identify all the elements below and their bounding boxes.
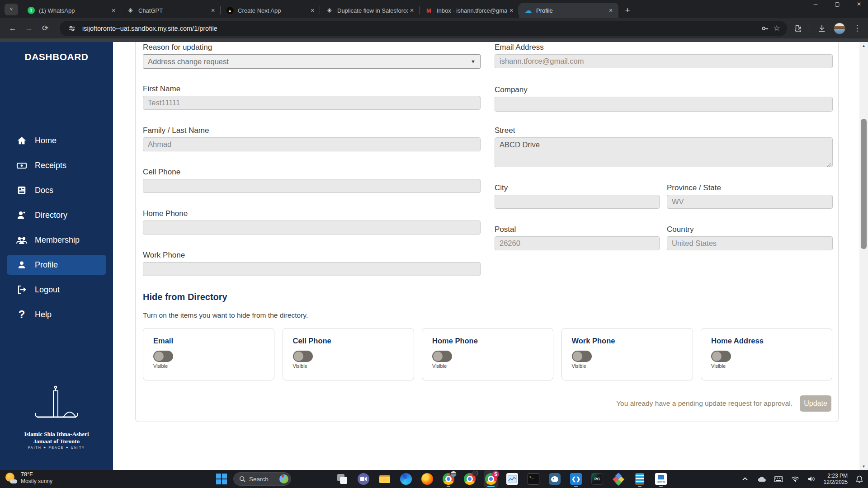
extensions-puzzle-icon[interactable] <box>792 22 804 35</box>
sidebar-item-membership[interactable]: Membership <box>7 230 106 250</box>
toolbar-divider <box>810 24 810 33</box>
scroll-down-icon[interactable]: ▼ <box>859 463 868 470</box>
cell-phone-visibility-toggle[interactable] <box>293 351 313 362</box>
country-input[interactable] <box>667 236 833 250</box>
province-input[interactable] <box>667 195 833 209</box>
home-address-visibility-toggle[interactable] <box>711 351 731 362</box>
firefox-button[interactable] <box>420 470 434 488</box>
task-view-button[interactable] <box>335 470 349 488</box>
weather-widget[interactable]: 78°F Mostly sunny <box>5 471 52 484</box>
menu-dots-icon[interactable]: ⋮ <box>851 22 863 35</box>
reason-select[interactable]: Address change request ▼ <box>143 54 481 69</box>
hide-card-title: Home Phone <box>432 337 553 345</box>
close-icon[interactable]: ✕ <box>308 6 316 14</box>
new-tab-button[interactable]: + <box>621 4 634 17</box>
street-textarea[interactable]: ABCD Drive <box>495 137 833 167</box>
volume-icon[interactable] <box>807 474 817 484</box>
forward-icon[interactable]: → <box>23 22 35 35</box>
system-monitor-button[interactable] <box>505 470 519 488</box>
search-icon <box>239 476 245 482</box>
email-label: Email Address <box>495 43 833 52</box>
downloads-icon[interactable] <box>816 22 828 35</box>
sidebar-item-help[interactable]: ? Help <box>7 305 106 324</box>
close-icon[interactable]: ✕ <box>607 6 615 14</box>
home-phone-input[interactable] <box>143 221 481 235</box>
tab-chatgpt[interactable]: ✳ ChatGPT ✕ <box>121 3 221 18</box>
site-info-icon[interactable] <box>66 23 78 34</box>
close-icon[interactable]: ✕ <box>209 6 217 14</box>
terminal-button[interactable]: >_ <box>527 470 540 488</box>
sidebar-item-label: Home <box>35 136 57 145</box>
wifi-icon[interactable] <box>790 474 800 484</box>
file-explorer-button[interactable] <box>378 470 392 488</box>
postal-input[interactable] <box>495 236 660 250</box>
logo-motto: FAITH ✦ PEACE ✦ UNITY <box>0 446 113 450</box>
chrome-profile2-button[interactable] <box>463 470 476 488</box>
teams-chat-button[interactable] <box>357 470 370 488</box>
email-visibility-toggle[interactable] <box>153 351 173 362</box>
vscode-button[interactable]: ❮❯ <box>569 470 583 488</box>
tab-title: (1) WhatsApp <box>39 7 109 14</box>
close-icon[interactable]: ✕ <box>408 6 416 14</box>
password-key-icon[interactable] <box>759 23 771 34</box>
city-input[interactable] <box>495 195 660 209</box>
sidebar-item-home[interactable]: Home <box>7 131 106 150</box>
sidebar-item-receipts[interactable]: Receipts <box>7 155 106 175</box>
update-button[interactable]: Update <box>800 395 831 412</box>
pycharm-icon: PC <box>591 473 603 485</box>
tab-search-button[interactable]: ˅ <box>5 4 18 15</box>
postgresql-button[interactable] <box>548 470 561 488</box>
edge-button[interactable] <box>399 470 413 488</box>
minimize-icon[interactable]: ─ <box>811 1 820 7</box>
onedrive-cloud-icon[interactable] <box>757 474 767 484</box>
sidebar-item-logout[interactable]: Logout <box>7 280 106 300</box>
chrome-active-button[interactable]: S <box>484 470 498 488</box>
taskbar-search[interactable]: Search <box>233 472 291 486</box>
close-window-icon[interactable]: ✕ <box>854 1 863 7</box>
first-name-input[interactable] <box>143 96 481 110</box>
back-icon[interactable]: ← <box>6 22 19 35</box>
sidebar-item-directory[interactable]: Directory <box>7 205 106 225</box>
address-bar[interactable]: isijoftoronto--uat.sandbox.my.site.com/1… <box>60 21 787 36</box>
sidebar-item-profile[interactable]: Profile <box>7 255 106 275</box>
tray-chevron-up-icon[interactable] <box>740 474 750 484</box>
hide-card-title: Home Address <box>711 337 832 345</box>
modeling-tool-button[interactable] <box>612 470 625 488</box>
tab-gmail-inbox[interactable]: M Inbox - ishann.tforce@gmail.co ✕ <box>420 3 519 18</box>
tab-profile-active[interactable]: ☁ Profile ✕ <box>519 3 618 18</box>
bookmark-star-icon[interactable]: ☆ <box>771 23 783 34</box>
help-icon: ? <box>16 309 28 320</box>
email-input[interactable] <box>495 54 833 68</box>
reload-icon[interactable]: ⟳ <box>39 22 52 35</box>
scroll-up-icon[interactable]: ▲ <box>859 42 868 49</box>
sidebar-item-docs[interactable]: Docs <box>7 180 106 200</box>
close-icon[interactable]: ✕ <box>109 6 118 14</box>
home-phone-visibility-toggle[interactable] <box>432 351 452 362</box>
clock-widget[interactable]: 2:23 PM 12/2/2025 <box>824 473 848 485</box>
diamond-shapes-icon <box>613 473 624 485</box>
search-doodle-icon <box>279 474 288 483</box>
touch-keyboard-icon[interactable] <box>774 474 783 484</box>
notification-bell-icon[interactable] <box>854 474 864 484</box>
work-phone-input[interactable] <box>143 262 481 276</box>
taskbar-apps: S >_ ❮❯ PC TaskPro <box>335 470 668 488</box>
tab-create-next-app[interactable]: ▲ Create Next App ✕ <box>221 3 320 18</box>
maximize-icon[interactable]: ▢ <box>833 1 842 7</box>
toggle-knob <box>433 352 443 361</box>
profile-avatar[interactable] <box>834 23 845 34</box>
sidebar-item-label: Receipts <box>35 161 66 170</box>
tab-whatsapp[interactable]: 1 (1) WhatsApp ✕ <box>22 3 121 18</box>
chrome-profile1-button[interactable] <box>442 470 455 488</box>
cell-phone-input[interactable] <box>143 179 481 193</box>
taskpro-button[interactable]: TaskPro <box>654 470 668 488</box>
work-phone-visibility-toggle[interactable] <box>572 351 592 362</box>
close-icon[interactable]: ✕ <box>507 6 515 14</box>
tab-duplicate-flow[interactable]: ✳ Duplicate flow in Salesforce ✕ <box>320 3 420 18</box>
scrollbar-thumb[interactable] <box>861 119 867 249</box>
company-input[interactable] <box>495 97 833 112</box>
notepad-button[interactable] <box>633 470 646 488</box>
last-name-input[interactable] <box>143 137 481 151</box>
pycharm-button[interactable]: PC <box>590 470 604 488</box>
start-button[interactable] <box>216 474 227 484</box>
sidebar-item-label: Help <box>35 310 52 319</box>
